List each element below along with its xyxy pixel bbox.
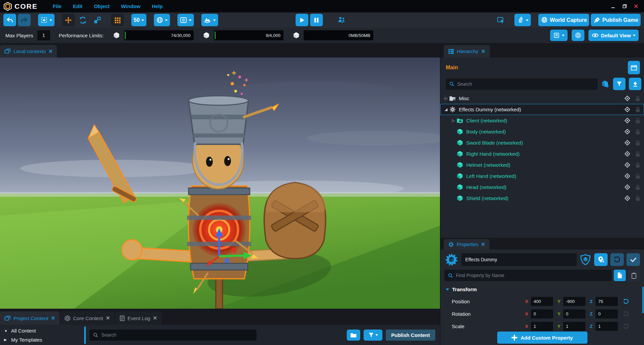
multiplayer-preview-button[interactable] bbox=[335, 14, 348, 26]
import-content-button[interactable] bbox=[347, 330, 360, 341]
close-tab-icon[interactable]: ✕ bbox=[48, 48, 53, 54]
visibility-eye-icon[interactable] bbox=[624, 195, 631, 201]
max-players-input[interactable] bbox=[37, 30, 50, 40]
axis-y-value[interactable]: 0 bbox=[563, 309, 585, 318]
rotate-tool-button[interactable] bbox=[76, 14, 89, 26]
close-tab-icon[interactable]: ✕ bbox=[106, 315, 110, 321]
content-search-input[interactable] bbox=[101, 332, 253, 338]
save-dropdown[interactable] bbox=[550, 30, 568, 41]
close-button[interactable] bbox=[631, 2, 641, 10]
select-mode-button[interactable] bbox=[38, 14, 55, 26]
menu-item[interactable]: File bbox=[47, 3, 67, 9]
content-tab[interactable]: Event Log ✕ bbox=[115, 311, 162, 325]
close-tab-icon[interactable]: ✕ bbox=[481, 241, 485, 247]
expand-caret-icon[interactable]: ▷ bbox=[443, 96, 449, 101]
add-custom-property-button[interactable]: Add Custom Property bbox=[497, 332, 587, 344]
hierarchy-row[interactable]: ◢ Effects Dummy (networked) bbox=[440, 104, 644, 115]
axis-z-value[interactable]: 75 bbox=[596, 297, 618, 306]
hierarchy-row[interactable]: Left Hand (networked) bbox=[440, 170, 644, 182]
transform-section-header[interactable]: Transform bbox=[444, 283, 640, 295]
paste-properties-button[interactable] bbox=[628, 270, 640, 281]
axis-z-value[interactable]: 1 bbox=[596, 322, 618, 331]
content-tree-row[interactable]: ▼ All Content bbox=[0, 326, 83, 335]
find-in-scene-button[interactable] bbox=[594, 253, 608, 266]
network-context-icon[interactable] bbox=[579, 254, 591, 266]
content-tree-scrollbar[interactable] bbox=[84, 327, 86, 344]
grid-snap-button[interactable] bbox=[111, 14, 124, 26]
revert-changes-button[interactable] bbox=[610, 253, 624, 266]
close-tab-icon[interactable]: ✕ bbox=[51, 315, 55, 321]
lock-icon[interactable] bbox=[635, 107, 640, 113]
content-tab[interactable]: Project Content ✕ bbox=[0, 311, 60, 325]
hierarchy-row[interactable]: Shield (networked) bbox=[440, 193, 644, 204]
hierarchy-row[interactable]: ▷ Client (networked) bbox=[440, 115, 644, 126]
tab-hierarchy[interactable]: Hierarchy ✕ bbox=[444, 45, 490, 58]
object-name-input[interactable] bbox=[461, 253, 577, 266]
lock-icon[interactable] bbox=[635, 162, 640, 168]
visibility-eye-icon[interactable] bbox=[624, 117, 631, 124]
redo-button[interactable] bbox=[18, 14, 31, 26]
expand-caret-icon[interactable]: ▶ bbox=[4, 338, 8, 342]
hierarchy-search-input[interactable] bbox=[457, 81, 594, 87]
copy-properties-button[interactable] bbox=[614, 270, 626, 281]
lock-icon[interactable] bbox=[635, 151, 640, 157]
hierarchy-row[interactable]: Right Hand (networked) bbox=[440, 148, 644, 159]
axis-z-value[interactable]: 0 bbox=[596, 309, 618, 318]
content-tree-row[interactable]: ▶ My Templates bbox=[0, 335, 83, 344]
publish-game-button[interactable]: Publish Game bbox=[591, 14, 641, 26]
content-filter-dropdown[interactable] bbox=[364, 330, 382, 341]
menu-item[interactable]: Help bbox=[146, 3, 169, 9]
viewport-3d-scene[interactable] bbox=[0, 58, 440, 309]
content-tab[interactable]: Core Content ✕ bbox=[60, 311, 114, 325]
axis-y-value[interactable]: -900 bbox=[563, 297, 585, 306]
reset-row-button[interactable] bbox=[623, 323, 629, 330]
hierarchy-row[interactable]: Helmet (networked) bbox=[440, 159, 644, 170]
properties-scrollbar[interactable] bbox=[642, 286, 644, 313]
grid-size-dropdown[interactable]: 50 bbox=[131, 14, 146, 26]
world-capture-button[interactable]: World Capture bbox=[538, 14, 589, 26]
find-asset-icon[interactable] bbox=[601, 80, 610, 88]
visibility-eye-icon[interactable] bbox=[624, 184, 631, 190]
close-tab-icon[interactable]: ✕ bbox=[153, 315, 157, 321]
visibility-eye-icon[interactable] bbox=[624, 128, 631, 135]
lock-icon[interactable] bbox=[635, 184, 640, 190]
lock-icon[interactable] bbox=[635, 140, 640, 146]
visibility-eye-icon[interactable] bbox=[624, 106, 631, 113]
world-settings-dropdown[interactable] bbox=[154, 14, 170, 26]
scale-tool-button[interactable] bbox=[91, 14, 104, 26]
lock-icon[interactable] bbox=[635, 195, 640, 201]
pointer-preview-button[interactable] bbox=[494, 14, 507, 26]
lock-icon[interactable] bbox=[635, 95, 640, 102]
axis-x-value[interactable]: 1 bbox=[531, 322, 553, 331]
visibility-eye-icon[interactable] bbox=[624, 95, 631, 102]
axis-y-value[interactable]: 1 bbox=[563, 322, 585, 331]
screenshot-dropdown[interactable] bbox=[177, 14, 194, 26]
collapse-all-button[interactable] bbox=[629, 78, 641, 90]
axis-x-value[interactable]: 400 bbox=[531, 297, 553, 306]
lock-icon[interactable] bbox=[635, 173, 640, 179]
axis-x-value[interactable]: 0 bbox=[531, 309, 553, 318]
help-target-button[interactable] bbox=[572, 30, 584, 41]
expand-caret-icon[interactable]: ▼ bbox=[4, 329, 8, 333]
hierarchy-row[interactable]: Body (networked) bbox=[440, 126, 644, 137]
reset-row-button[interactable] bbox=[623, 311, 629, 317]
terrain-dropdown[interactable] bbox=[201, 14, 218, 26]
tab-properties[interactable]: Properties ✕ bbox=[444, 239, 489, 250]
minimize-button[interactable] bbox=[608, 2, 618, 10]
undo-button[interactable] bbox=[3, 14, 16, 26]
visibility-eye-icon[interactable] bbox=[624, 140, 631, 146]
move-tool-button[interactable] bbox=[62, 14, 75, 26]
reset-row-button[interactable] bbox=[623, 298, 629, 305]
default-view-dropdown[interactable]: Default View bbox=[588, 30, 639, 41]
hierarchy-filter-button[interactable] bbox=[613, 78, 625, 90]
hierarchy-row[interactable]: ▷ Misc bbox=[440, 93, 644, 104]
restore-button[interactable] bbox=[620, 2, 629, 10]
hierarchy-row[interactable]: Sword Blade (networked) bbox=[440, 137, 644, 148]
apply-changes-button[interactable] bbox=[626, 253, 640, 266]
scene-settings-button[interactable] bbox=[628, 61, 640, 74]
camera-capture-dropdown[interactable] bbox=[514, 14, 531, 26]
lock-icon[interactable] bbox=[635, 118, 640, 124]
visibility-eye-icon[interactable] bbox=[624, 162, 631, 168]
play-button[interactable] bbox=[296, 14, 308, 26]
menu-item[interactable]: Object bbox=[88, 3, 115, 9]
